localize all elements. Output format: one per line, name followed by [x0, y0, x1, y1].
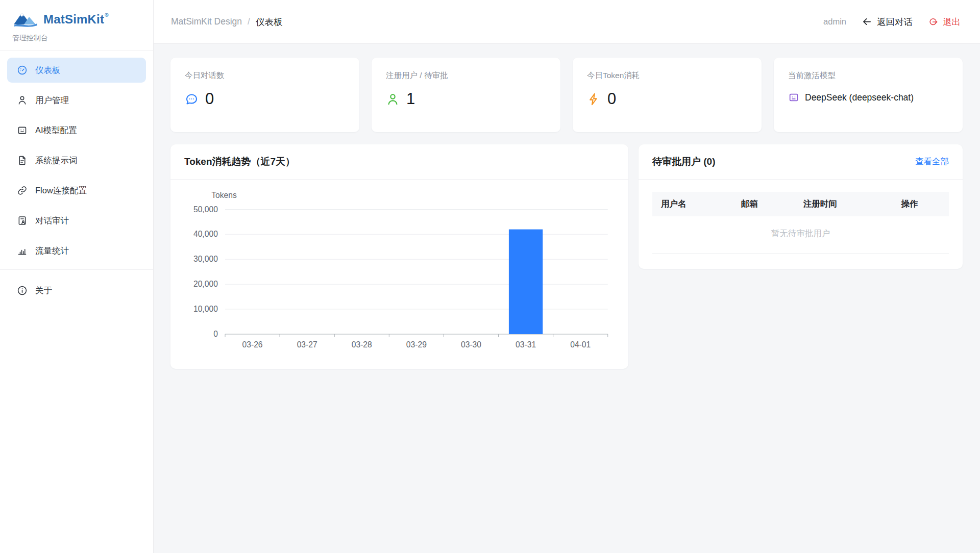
chat-bubble-icon: [185, 92, 199, 106]
sidebar-item-label: 流量统计: [35, 245, 69, 257]
pending-users-card: 待审批用户 (0) 查看全部 用户名 邮箱 注册时间 操作: [639, 144, 963, 269]
dashboard-main: 今日对话数 0 注册用户 / 待审批: [154, 44, 980, 553]
empty-state-row: 暂无待审批用户: [652, 216, 949, 254]
sidebar-item-ai-models[interactable]: AI模型配置: [7, 118, 146, 143]
stat-label: 今日Token消耗: [587, 70, 747, 81]
sidebar-item-label: 关于: [35, 285, 52, 296]
stat-label: 今日对话数: [185, 70, 345, 81]
console-subtitle: 管理控制台: [12, 34, 141, 43]
svg-text:03-29: 03-29: [406, 340, 427, 349]
svg-text:03-31: 03-31: [516, 340, 536, 349]
gauge-icon: [17, 65, 28, 76]
column-email: 邮箱: [732, 192, 795, 216]
breadcrumb-current: 仪表板: [256, 16, 283, 28]
view-all-link[interactable]: 查看全部: [915, 156, 949, 167]
svg-text:10,000: 10,000: [193, 305, 218, 313]
stat-card-registered-users: 注册用户 / 待审批 1: [372, 58, 560, 132]
sidebar: MatSimKit® 管理控制台 仪表板 用户管理: [0, 0, 154, 553]
audit-icon: [17, 215, 28, 226]
svg-text:04-01: 04-01: [570, 340, 591, 349]
top-header: MatSimKit Design / 仪表板 admin 返回对话 退出: [154, 0, 980, 44]
svg-text:03-28: 03-28: [352, 340, 372, 349]
svg-text:Tokens: Tokens: [211, 191, 237, 199]
sidebar-item-label: 用户管理: [35, 95, 69, 106]
sidebar-item-conversation-audit[interactable]: 对话审计: [7, 208, 146, 233]
column-register-time: 注册时间: [795, 192, 893, 216]
active-model-name: DeepSeek (deepseek-chat): [805, 92, 914, 103]
empty-state-text: 暂无待审批用户: [652, 216, 949, 254]
lightning-icon: [587, 92, 601, 106]
sidebar-item-system-prompts[interactable]: 系统提示词: [7, 148, 146, 173]
app-title-text: MatSimKit: [43, 12, 104, 26]
table-header-row: 用户名 邮箱 注册时间 操作: [652, 192, 949, 216]
svg-text:40,000: 40,000: [193, 230, 218, 238]
mountain-logo-icon: [12, 10, 39, 29]
back-to-chat-button[interactable]: 返回对话: [862, 16, 913, 28]
token-trend-chart: 010,00020,00030,00040,00050,000Tokens03-…: [170, 180, 628, 369]
pending-users-table: 用户名 邮箱 注册时间 操作 暂无待审批用户: [652, 192, 949, 254]
bar-chart: 010,00020,00030,00040,00050,000Tokens03-…: [176, 187, 619, 358]
logo-block: MatSimKit® 管理控制台: [0, 0, 153, 51]
user-icon: [386, 92, 400, 106]
stat-card-token-usage: 今日Token消耗 0: [573, 58, 762, 132]
svg-text:30,000: 30,000: [193, 255, 218, 263]
link-icon: [17, 185, 28, 196]
token-trend-card: Token消耗趋势（近7天） 010,00020,00030,00040,000…: [170, 144, 628, 369]
sidebar-item-label: 系统提示词: [35, 155, 78, 166]
sidebar-item-about[interactable]: 关于: [7, 278, 146, 303]
sidebar-item-flow-connection[interactable]: Flow连接配置: [7, 178, 146, 203]
sidebar-item-label: AI模型配置: [35, 125, 77, 136]
stat-value: 0: [205, 90, 214, 108]
registered-mark: ®: [105, 12, 108, 18]
sidebar-item-traffic-stats[interactable]: 流量统计: [7, 238, 146, 263]
svg-text:0: 0: [213, 330, 218, 338]
bar-chart-icon: [17, 245, 28, 256]
back-to-chat-label: 返回对话: [877, 16, 913, 28]
logout-label: 退出: [943, 16, 961, 28]
sidebar-item-dashboard[interactable]: 仪表板: [7, 58, 146, 83]
column-username: 用户名: [652, 192, 732, 216]
sidebar-item-label: 对话审计: [35, 215, 69, 227]
info-icon: [17, 285, 28, 296]
stat-label: 当前激活模型: [788, 70, 948, 81]
svg-text:50,000: 50,000: [193, 205, 218, 214]
stat-cards-row: 今日对话数 0 注册用户 / 待审批: [170, 58, 963, 132]
pending-users-title: 待审批用户 (0): [652, 155, 716, 168]
username: admin: [823, 17, 846, 27]
stat-card-conversations: 今日对话数 0: [170, 58, 359, 132]
stat-label: 注册用户 / 待审批: [386, 70, 546, 81]
breadcrumb: MatSimKit Design / 仪表板: [171, 16, 282, 28]
bot-icon: [788, 92, 799, 103]
svg-text:03-30: 03-30: [461, 340, 481, 349]
breadcrumb-root[interactable]: MatSimKit Design: [171, 16, 242, 27]
stat-card-active-model: 当前激活模型 DeepSeek (deepseek-chat): [774, 58, 963, 132]
sidebar-divider: [0, 269, 153, 270]
app-title: MatSimKit®: [43, 12, 109, 27]
token-trend-title: Token消耗趋势（近7天）: [184, 155, 295, 168]
logout-button[interactable]: 退出: [928, 16, 961, 28]
header-actions: admin 返回对话 退出: [823, 16, 961, 28]
sidebar-item-label: 仪表板: [35, 65, 61, 76]
column-actions: 操作: [893, 192, 949, 216]
svg-text:03-26: 03-26: [242, 340, 263, 349]
admin-app: MatSimKit® 管理控制台 仪表板 用户管理: [0, 0, 980, 553]
svg-text:03-27: 03-27: [297, 340, 317, 349]
sidebar-item-users[interactable]: 用户管理: [7, 88, 146, 113]
user-icon: [17, 95, 28, 106]
bot-icon: [17, 125, 28, 136]
breadcrumb-separator: /: [248, 16, 250, 27]
svg-text:20,000: 20,000: [193, 280, 218, 288]
stat-value: 1: [406, 90, 415, 108]
arrow-left-icon: [862, 16, 872, 27]
sidebar-nav: 仪表板 用户管理 AI模型配置 系统提示词: [0, 51, 153, 553]
logout-icon: [928, 17, 938, 27]
stat-value: 0: [607, 90, 616, 108]
sidebar-item-label: Flow连接配置: [35, 185, 87, 196]
document-icon: [17, 155, 28, 166]
